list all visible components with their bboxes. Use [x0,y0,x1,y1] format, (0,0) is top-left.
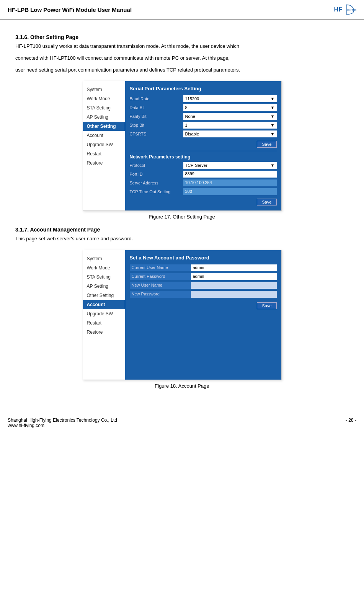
sidebar-sta-setting[interactable]: STA Setting [83,103,125,113]
account-panel: Set a New Account and Password Current U… [125,250,281,380]
sidebar-account[interactable]: Account [83,131,125,140]
parity-bit-value[interactable]: None ▼ [183,113,277,120]
figure-18-caption: Figure 18. Account Page [155,383,209,389]
sidebar-other-setting[interactable]: Other Setting [83,122,125,131]
port-id-value: 8899 [183,171,277,178]
section-317-para1: This page set web server's user name and… [15,235,349,243]
new-password-label: New Password [130,291,191,298]
footer-company-info: Shanghai High-Flying Electronics Technol… [8,417,117,428]
data-bit-value[interactable]: 8 ▼ [183,104,277,111]
ctsrts-value[interactable]: Disable ▼ [183,130,277,137]
sidebar2-sta-setting[interactable]: STA Setting [83,272,125,282]
account-save-button[interactable]: Save [257,302,276,309]
page-header: HF-LPB Low Power WiFi Module User Manual… [0,0,364,20]
baud-rate-value[interactable]: 115200 ▼ [183,95,277,102]
current-username-value: admin [191,264,277,271]
sidebar-restart[interactable]: Restart [83,149,125,158]
baud-rate-label: Baud Rate [130,96,183,101]
server-address-label: Server Address [130,181,183,185]
ctsrts-row: CTSRTS Disable ▼ [130,130,277,137]
account-panel-heading: Set a New Account and Password [130,255,277,261]
sidebar-work-mode[interactable]: Work Mode [83,94,125,103]
main-content: 3.1.6. Other Setting Page HF-LPT100 usua… [0,24,364,403]
sidebar2-account[interactable]: Account [83,300,125,309]
section-316-para3: user need setting serial port communicat… [15,66,349,74]
new-username-row: New User Name [130,282,277,289]
stop-bit-row: Stop Bit 1 ▼ [130,122,277,129]
new-password-row: New Password [130,291,277,298]
company-logo: HF Hi-Flying [333,3,356,16]
protocol-row: Protocol TCP-Server ▼ [130,162,277,169]
other-setting-sidebar: System Work Mode STA Setting AP Setting … [83,81,125,210]
figure-17-caption: Figure 17. Other Setting Page [149,214,215,220]
sidebar-system[interactable]: System [83,85,125,94]
sidebar2-work-mode[interactable]: Work Mode [83,263,125,272]
current-password-label: Current Password [130,273,191,280]
sidebar-ap-setting[interactable]: AP Setting [83,113,125,122]
parity-bit-label: Parity Bit [130,114,183,119]
sidebar2-upgrade-sw[interactable]: Upgrade SW [83,309,125,318]
serial-panel-heading: Serial Port Parameters Setting [130,86,277,91]
new-username-label: New User Name [130,282,191,289]
current-username-row: Current User Name admin [130,264,277,271]
tcp-timeout-label: TCP Time Out Setting [130,189,183,194]
sidebar2-system[interactable]: System [83,254,125,263]
protocol-value[interactable]: TCP-Server ▼ [183,162,277,169]
header-title: HF-LPB Low Power WiFi Module User Manual [8,7,132,13]
current-username-label: Current User Name [130,264,191,271]
server-address-row: Server Address 10.10.100.254 [130,179,277,186]
svg-text:Hi-Flying: Hi-Flying [347,8,356,11]
footer-website: www.hi-flying.com [8,423,117,428]
tcp-timeout-value: 300 [183,188,277,195]
figure-17-container: System Work Mode STA Setting AP Setting … [15,81,349,220]
current-password-value: admin [191,273,277,280]
baud-rate-row: Baud Rate 115200 ▼ [130,95,277,102]
stop-bit-label: Stop Bit [130,123,183,127]
protocol-label: Protocol [130,163,183,168]
current-password-row: Current Password admin [130,273,277,280]
other-setting-panel: Serial Port Parameters Setting Baud Rate… [125,81,281,210]
port-id-label: Port ID [130,172,183,176]
new-password-input[interactable] [191,291,277,298]
other-setting-ui: System Work Mode STA Setting AP Setting … [83,81,282,211]
serial-save-button[interactable]: Save [257,141,276,148]
footer-company: Shanghai High-Flying Electronics Technol… [8,417,117,423]
sidebar2-ap-setting[interactable]: AP Setting [83,282,125,291]
network-panel-heading: Network Parameters setting [130,154,277,160]
section-316-heading: 3.1.6. Other Setting Page [15,34,349,40]
data-bit-row: Data Bit 8 ▼ [130,104,277,111]
figure-18-container: System Work Mode STA Setting AP Setting … [15,250,349,389]
footer-page-num: - 28 - [346,417,356,428]
section-316-para2: connected with HF-LPT100 will connect an… [15,54,349,62]
sidebar-restore[interactable]: Restore [83,158,125,168]
separator [130,151,277,151]
network-save-button[interactable]: Save [257,199,276,205]
parity-bit-row: Parity Bit None ▼ [130,113,277,120]
data-bit-label: Data Bit [130,105,183,110]
section-317-heading: 3.1.7. Account Management Page [15,227,349,233]
account-sidebar: System Work Mode STA Setting AP Setting … [83,250,125,380]
svg-text:HF: HF [334,6,343,13]
sidebar2-restart[interactable]: Restart [83,318,125,328]
sidebar2-other-setting[interactable]: Other Setting [83,291,125,300]
server-address-value: 10.10.100.254 [183,179,277,186]
account-ui: System Work Mode STA Setting AP Setting … [83,250,282,380]
new-username-input[interactable] [191,282,277,289]
sidebar-upgrade-sw[interactable]: Upgrade SW [83,140,125,149]
tcp-timeout-row: TCP Time Out Setting 300 [130,188,277,195]
stop-bit-value[interactable]: 1 ▼ [183,122,277,129]
port-id-row: Port ID 8899 [130,171,277,178]
page-footer: Shanghai High-Flying Electronics Technol… [0,415,364,431]
section-316-para1: HF-LPT100 usually works at data transpar… [15,42,349,51]
ctsrts-label: CTSRTS [130,132,183,136]
sidebar2-restore[interactable]: Restore [83,328,125,337]
